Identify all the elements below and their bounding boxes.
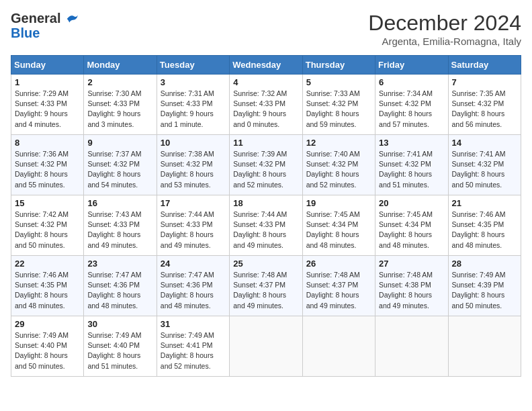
cell-details: Sunrise: 7:47 AMSunset: 4:36 PMDaylight:… bbox=[87, 270, 152, 311]
calendar-cell bbox=[375, 316, 448, 377]
day-header-thursday: Thursday bbox=[302, 56, 375, 75]
calendar-cell: 31Sunrise: 7:49 AMSunset: 4:41 PMDayligh… bbox=[157, 316, 229, 377]
calendar-cell: 13Sunrise: 7:41 AMSunset: 4:32 PMDayligh… bbox=[375, 135, 448, 195]
calendar-week-row: 1Sunrise: 7:29 AMSunset: 4:33 PMDaylight… bbox=[11, 75, 521, 135]
logo: General Blue bbox=[11, 11, 78, 40]
day-number: 8 bbox=[15, 138, 80, 148]
day-number: 28 bbox=[452, 259, 517, 269]
logo-blue: Blue bbox=[11, 26, 78, 40]
day-number: 27 bbox=[379, 259, 444, 269]
calendar-cell: 29Sunrise: 7:49 AMSunset: 4:40 PMDayligh… bbox=[11, 316, 84, 377]
cell-details: Sunrise: 7:49 AMSunset: 4:41 PMDaylight:… bbox=[161, 330, 226, 371]
cell-details: Sunrise: 7:33 AMSunset: 4:32 PMDaylight:… bbox=[306, 89, 371, 130]
title-area: December 2024 Argenta, Emilia-Romagna, I… bbox=[368, 11, 521, 47]
day-number: 24 bbox=[161, 259, 226, 269]
calendar-cell: 21Sunrise: 7:46 AMSunset: 4:35 PMDayligh… bbox=[448, 195, 521, 256]
cell-details: Sunrise: 7:39 AMSunset: 4:32 PMDaylight:… bbox=[233, 149, 298, 190]
calendar-cell: 16Sunrise: 7:43 AMSunset: 4:33 PMDayligh… bbox=[84, 195, 157, 256]
calendar-cell: 2Sunrise: 7:30 AMSunset: 4:33 PMDaylight… bbox=[84, 75, 157, 135]
day-number: 29 bbox=[15, 319, 80, 329]
calendar-header-row: SundayMondayTuesdayWednesdayThursdayFrid… bbox=[11, 56, 521, 75]
cell-details: Sunrise: 7:46 AMSunset: 4:35 PMDaylight:… bbox=[452, 210, 517, 250]
cell-details: Sunrise: 7:37 AMSunset: 4:32 PMDaylight:… bbox=[87, 149, 152, 190]
calendar-cell: 9Sunrise: 7:37 AMSunset: 4:32 PMDaylight… bbox=[84, 135, 157, 195]
cell-details: Sunrise: 7:40 AMSunset: 4:32 PMDaylight:… bbox=[306, 149, 371, 190]
calendar-week-row: 15Sunrise: 7:42 AMSunset: 4:32 PMDayligh… bbox=[11, 195, 521, 256]
day-number: 23 bbox=[87, 259, 152, 269]
day-number: 9 bbox=[87, 138, 152, 148]
cell-details: Sunrise: 7:34 AMSunset: 4:32 PMDaylight:… bbox=[379, 89, 444, 130]
calendar-cell: 10Sunrise: 7:38 AMSunset: 4:32 PMDayligh… bbox=[157, 135, 229, 195]
day-header-tuesday: Tuesday bbox=[157, 56, 229, 75]
month-title: December 2024 bbox=[368, 11, 521, 36]
calendar-table: SundayMondayTuesdayWednesdayThursdayFrid… bbox=[11, 55, 521, 377]
calendar-cell bbox=[448, 316, 521, 377]
calendar-cell: 1Sunrise: 7:29 AMSunset: 4:33 PMDaylight… bbox=[11, 75, 84, 135]
day-header-sunday: Sunday bbox=[11, 56, 84, 75]
day-number: 3 bbox=[161, 77, 226, 87]
calendar-cell: 11Sunrise: 7:39 AMSunset: 4:32 PMDayligh… bbox=[230, 135, 302, 195]
day-number: 7 bbox=[452, 77, 517, 87]
cell-details: Sunrise: 7:48 AMSunset: 4:37 PMDaylight:… bbox=[233, 270, 298, 311]
calendar-cell: 3Sunrise: 7:31 AMSunset: 4:33 PMDaylight… bbox=[157, 75, 229, 135]
day-number: 22 bbox=[15, 259, 80, 269]
cell-details: Sunrise: 7:45 AMSunset: 4:34 PMDaylight:… bbox=[306, 210, 371, 250]
day-number: 6 bbox=[379, 77, 444, 87]
calendar-cell: 14Sunrise: 7:41 AMSunset: 4:32 PMDayligh… bbox=[448, 135, 521, 195]
calendar-cell: 18Sunrise: 7:44 AMSunset: 4:33 PMDayligh… bbox=[230, 195, 302, 256]
cell-details: Sunrise: 7:49 AMSunset: 4:39 PMDaylight:… bbox=[452, 270, 517, 311]
calendar-cell: 30Sunrise: 7:49 AMSunset: 4:40 PMDayligh… bbox=[84, 316, 157, 377]
cell-details: Sunrise: 7:49 AMSunset: 4:40 PMDaylight:… bbox=[87, 330, 152, 371]
calendar-week-row: 22Sunrise: 7:46 AMSunset: 4:35 PMDayligh… bbox=[11, 256, 521, 316]
cell-details: Sunrise: 7:45 AMSunset: 4:34 PMDaylight:… bbox=[379, 210, 444, 250]
day-number: 20 bbox=[379, 198, 444, 208]
calendar-cell: 28Sunrise: 7:49 AMSunset: 4:39 PMDayligh… bbox=[448, 256, 521, 316]
calendar-cell bbox=[230, 316, 302, 377]
day-number: 18 bbox=[233, 198, 298, 208]
header: General Blue December 2024 Argenta, Emil… bbox=[11, 11, 521, 47]
day-header-monday: Monday bbox=[84, 56, 157, 75]
day-number: 26 bbox=[306, 259, 371, 269]
cell-details: Sunrise: 7:41 AMSunset: 4:32 PMDaylight:… bbox=[452, 149, 517, 190]
cell-details: Sunrise: 7:44 AMSunset: 4:33 PMDaylight:… bbox=[233, 210, 298, 250]
day-header-saturday: Saturday bbox=[448, 56, 521, 75]
calendar-week-row: 29Sunrise: 7:49 AMSunset: 4:40 PMDayligh… bbox=[11, 316, 521, 377]
day-number: 13 bbox=[379, 138, 444, 148]
logo-general: General bbox=[11, 11, 60, 26]
cell-details: Sunrise: 7:32 AMSunset: 4:33 PMDaylight:… bbox=[233, 89, 298, 130]
day-number: 12 bbox=[306, 138, 371, 148]
cell-details: Sunrise: 7:47 AMSunset: 4:36 PMDaylight:… bbox=[161, 270, 226, 311]
calendar-cell: 4Sunrise: 7:32 AMSunset: 4:33 PMDaylight… bbox=[230, 75, 302, 135]
day-number: 1 bbox=[15, 77, 80, 87]
cell-details: Sunrise: 7:48 AMSunset: 4:38 PMDaylight:… bbox=[379, 270, 444, 311]
calendar-cell: 24Sunrise: 7:47 AMSunset: 4:36 PMDayligh… bbox=[157, 256, 229, 316]
cell-details: Sunrise: 7:48 AMSunset: 4:37 PMDaylight:… bbox=[306, 270, 371, 311]
day-number: 15 bbox=[15, 198, 80, 208]
calendar-cell: 23Sunrise: 7:47 AMSunset: 4:36 PMDayligh… bbox=[84, 256, 157, 316]
calendar-cell: 17Sunrise: 7:44 AMSunset: 4:33 PMDayligh… bbox=[157, 195, 229, 256]
cell-details: Sunrise: 7:38 AMSunset: 4:32 PMDaylight:… bbox=[161, 149, 226, 190]
day-number: 17 bbox=[161, 198, 226, 208]
day-number: 31 bbox=[161, 319, 226, 329]
day-number: 30 bbox=[87, 319, 152, 329]
cell-details: Sunrise: 7:36 AMSunset: 4:32 PMDaylight:… bbox=[15, 149, 80, 190]
day-number: 25 bbox=[233, 259, 298, 269]
cell-details: Sunrise: 7:41 AMSunset: 4:32 PMDaylight:… bbox=[379, 149, 444, 190]
cell-details: Sunrise: 7:30 AMSunset: 4:33 PMDaylight:… bbox=[87, 89, 152, 130]
location-subtitle: Argenta, Emilia-Romagna, Italy bbox=[368, 36, 521, 47]
calendar-cell: 27Sunrise: 7:48 AMSunset: 4:38 PMDayligh… bbox=[375, 256, 448, 316]
cell-details: Sunrise: 7:43 AMSunset: 4:33 PMDaylight:… bbox=[87, 210, 152, 250]
day-number: 21 bbox=[452, 198, 517, 208]
calendar-cell: 8Sunrise: 7:36 AMSunset: 4:32 PMDaylight… bbox=[11, 135, 84, 195]
day-number: 5 bbox=[306, 77, 371, 87]
cell-details: Sunrise: 7:42 AMSunset: 4:32 PMDaylight:… bbox=[15, 210, 80, 250]
day-number: 10 bbox=[161, 138, 226, 148]
calendar-cell: 25Sunrise: 7:48 AMSunset: 4:37 PMDayligh… bbox=[230, 256, 302, 316]
day-number: 4 bbox=[233, 77, 298, 87]
cell-details: Sunrise: 7:29 AMSunset: 4:33 PMDaylight:… bbox=[15, 89, 80, 130]
day-number: 14 bbox=[452, 138, 517, 148]
day-header-friday: Friday bbox=[375, 56, 448, 75]
cell-details: Sunrise: 7:31 AMSunset: 4:33 PMDaylight:… bbox=[161, 89, 226, 130]
calendar-cell: 26Sunrise: 7:48 AMSunset: 4:37 PMDayligh… bbox=[302, 256, 375, 316]
calendar-cell bbox=[302, 316, 375, 377]
